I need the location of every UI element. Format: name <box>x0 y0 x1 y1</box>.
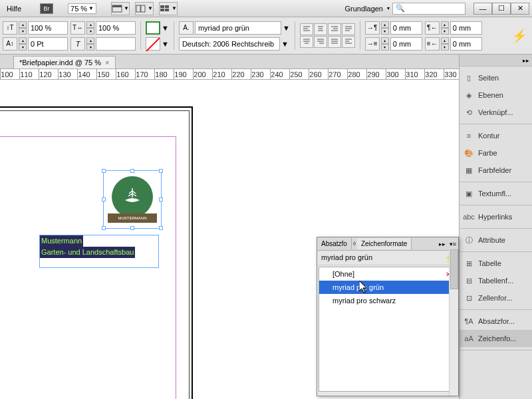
panel-label: Seiten <box>478 74 499 82</box>
charfmt-icon: aA <box>464 333 474 344</box>
panel-table[interactable]: ⊞Tabelle <box>460 255 532 272</box>
scrollbar[interactable] <box>449 267 457 392</box>
panel-label: Zellenfor... <box>478 294 512 302</box>
vertical-scale-icon: T↔ <box>70 21 85 35</box>
first-line-indent-input[interactable]: 0 mm <box>390 37 422 51</box>
panel-label: Hyperlinks <box>478 213 512 221</box>
justify-left-button[interactable] <box>342 23 355 35</box>
horizontal-ruler[interactable]: 1001101201301401501601701801902002102202… <box>0 69 532 80</box>
panel-color[interactable]: 🎨Farbe <box>460 144 532 162</box>
panel-charfmt[interactable]: aAZeichenfo... <box>460 330 532 347</box>
paragraph-alignment-group <box>300 23 355 48</box>
align-center-button[interactable] <box>314 23 327 35</box>
panel-label: Textumfl... <box>478 190 511 198</box>
bridge-button[interactable]: Br <box>40 3 53 14</box>
panel-label: Absatzfor... <box>478 317 515 325</box>
collapse-panels-icon[interactable]: ▸▸ <box>523 57 529 64</box>
character-style-item[interactable]: [Ohne]✕⁄ <box>319 267 456 281</box>
character-formats-tab[interactable]: Zeichenformate <box>357 238 412 249</box>
control-bar: ↕T ▴▾ 100 % A↕ ▴▾ 0 Pt T↔ ▴▾ 100 % T ▴▾ … <box>0 17 532 55</box>
svg-rect-2 <box>136 5 140 12</box>
character-formats-panel[interactable]: Absatzfo ◊ Zeichenformate ▸▸ ▾≡ myriad p… <box>317 237 459 396</box>
panel-swatches[interactable]: ▦Farbfelder <box>460 162 532 179</box>
panel-layers[interactable]: ◈Ebenen <box>460 86 532 104</box>
panel-label: Farbfelder <box>478 166 511 174</box>
align-right-button[interactable] <box>328 23 341 35</box>
stepper[interactable]: ▴▾ <box>441 21 449 35</box>
attributes-icon: ⓘ <box>464 235 474 245</box>
baseline-shift-icon: A↕ <box>3 37 17 51</box>
panel-links[interactable]: ⟲Verknüpf... <box>460 104 532 121</box>
panel-textwrap[interactable]: ▣Textumfl... <box>460 185 532 202</box>
view-options-button[interactable]: ▼ <box>159 2 178 15</box>
fill-color-swatch[interactable] <box>146 21 160 35</box>
horizontal-scale-input[interactable]: 100 % <box>28 21 68 35</box>
panel-label: Tabellenf... <box>478 277 513 285</box>
stepper[interactable]: ▴▾ <box>441 37 449 51</box>
ruler-tick: 160 <box>116 69 129 80</box>
ruler-tick: 170 <box>135 69 148 80</box>
panel-attributes[interactable]: ⓘAttribute <box>460 231 532 249</box>
right-indent-input[interactable]: 0 mm <box>450 21 482 35</box>
parafmt-icon: ¶A <box>464 316 474 327</box>
screen-mode-button[interactable]: ▼ <box>111 2 130 15</box>
document-tab-bar: *Briefpapier.indd @ 75 % × <box>0 55 532 69</box>
maximize-button[interactable]: ☐ <box>492 3 511 15</box>
image-frame[interactable]: MUSTERMANN <box>103 170 162 229</box>
right-panel-dock: ▸▸ ▯Seiten◈Ebenen⟲Verknüpf...≡Kontur🎨Far… <box>459 55 532 399</box>
search-field[interactable]: 🔍 <box>392 3 466 15</box>
character-style-item[interactable]: myriad pro schwarz <box>319 294 456 307</box>
panel-hyperlinks[interactable]: abcHyperlinks <box>460 208 532 225</box>
justify-right-button[interactable] <box>314 36 327 48</box>
panel-menu-icon[interactable]: ▾≡ <box>448 241 458 247</box>
stroke-color-swatch[interactable] <box>146 37 160 51</box>
stepper[interactable]: ▴▾ <box>19 37 27 51</box>
arrange-documents-button[interactable]: ▼ <box>135 2 154 15</box>
chevron-down-icon: ▾ <box>387 5 390 11</box>
chevron-down-icon: ▼ <box>88 5 94 11</box>
panel-stroke[interactable]: ≡Kontur <box>460 127 532 144</box>
svg-rect-1 <box>112 5 122 7</box>
close-tab-icon[interactable]: × <box>105 59 109 66</box>
panel-collapse-icon[interactable]: ▸▸ <box>437 241 448 247</box>
help-menu[interactable]: Hilfe <box>3 3 25 14</box>
layers-icon: ◈ <box>464 90 474 100</box>
document-tab[interactable]: *Briefpapier.indd @ 75 % × <box>13 56 116 68</box>
char-style-dropdown[interactable]: myriad pro grün <box>195 21 281 35</box>
ruler-tick: 320 <box>424 69 438 80</box>
current-style-label: myriad pro grün <box>321 253 372 262</box>
ruler-tick: 310 <box>405 69 418 80</box>
ruler-tick: 100 <box>0 69 13 80</box>
ruler-tick: 300 <box>386 69 399 80</box>
stepper[interactable]: ▴▾ <box>86 37 94 51</box>
stepper[interactable]: ▴▾ <box>381 37 389 51</box>
paragraph-formats-tab[interactable]: Absatzfo <box>317 238 352 249</box>
ruler-tick: 330 <box>444 69 457 80</box>
skew-input[interactable] <box>96 37 136 51</box>
logo-graphic: MUSTERMANN <box>104 171 161 228</box>
stepper[interactable]: ▴▾ <box>381 21 389 35</box>
close-button[interactable]: ✕ <box>511 3 529 15</box>
text-frame[interactable]: Mustermann Garten- und Landschaftsbau <box>39 235 159 268</box>
panel-pages[interactable]: ▯Seiten <box>460 69 532 86</box>
stepper[interactable]: ▴▾ <box>86 21 94 35</box>
language-dropdown[interactable]: Deutsch: 2006 Rechtschreib <box>179 37 280 51</box>
justify-all-button[interactable] <box>328 36 341 48</box>
left-indent-input[interactable]: 0 mm <box>390 21 422 35</box>
quick-apply-icon[interactable]: ⚡ <box>509 19 529 53</box>
workspace-switcher[interactable]: Grundlagen <box>345 5 384 13</box>
character-style-item[interactable]: myriad pro grün <box>319 281 456 294</box>
panel-cellfmt[interactable]: ⊡Zellenfor... <box>460 289 532 307</box>
baseline-shift-input[interactable]: 0 Pt <box>28 37 68 51</box>
justify-center-button[interactable] <box>300 36 313 48</box>
last-line-indent-input[interactable]: 0 mm <box>450 37 482 51</box>
align-left-button[interactable] <box>300 23 313 35</box>
zoom-dropdown[interactable]: 75 % ▼ <box>68 3 96 14</box>
vertical-scale-input[interactable]: 100 % <box>96 21 136 35</box>
minimize-button[interactable]: — <box>473 3 492 15</box>
panel-parafmt[interactable]: ¶AAbsatzfor... <box>460 313 532 330</box>
panel-tablefmt[interactable]: ⊟Tabellenf... <box>460 272 532 289</box>
align-towards-spine-button[interactable] <box>342 36 355 48</box>
stepper[interactable]: ▴▾ <box>19 21 27 35</box>
cellfmt-icon: ⊡ <box>464 293 474 303</box>
